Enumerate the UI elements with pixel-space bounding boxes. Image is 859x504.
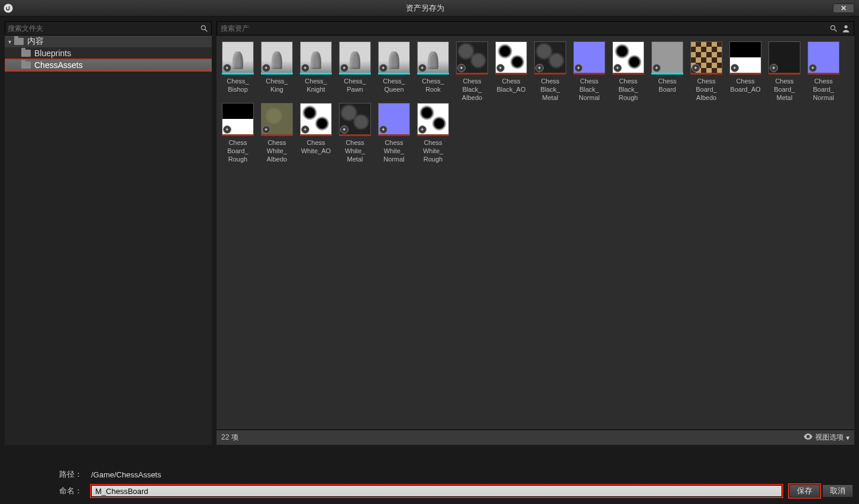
asset-item[interactable]: ✦Chess White_ Rough xyxy=(414,103,452,163)
asset-type-stripe xyxy=(417,134,449,136)
asset-badge-icon: ✦ xyxy=(223,64,231,72)
search-icon xyxy=(829,24,838,33)
asset-thumbnail: ✦ xyxy=(339,103,371,135)
asset-label: Chess_ King xyxy=(266,77,288,102)
tree-root[interactable]: ▾ 内容 xyxy=(5,35,212,47)
asset-label: Chess Board_ Albedo xyxy=(696,77,716,102)
asset-thumbnail: ✦ xyxy=(300,41,332,73)
asset-badge-icon: ✦ xyxy=(613,64,622,72)
svg-point-0 xyxy=(201,25,205,30)
asset-type-stripe xyxy=(378,73,410,75)
asset-item[interactable]: ✦Chess Black_ Rough xyxy=(609,41,647,102)
asset-item[interactable]: ✦Chess Board_ Rough xyxy=(219,103,257,163)
asset-item[interactable]: ✦Chess White_ Normal xyxy=(375,103,413,163)
cancel-button[interactable]: 取消 xyxy=(822,484,853,497)
asset-item[interactable]: ✦Chess_ Queen xyxy=(375,41,413,102)
asset-thumbnail: ✦ xyxy=(690,41,722,73)
asset-type-stripe xyxy=(573,73,605,75)
asset-grid: ✦Chess_ Bishop✦Chess_ King✦Chess_ Knight… xyxy=(217,35,854,429)
asset-item[interactable]: ✦Chess Board_ Albedo xyxy=(687,41,725,102)
tree-item[interactable]: Blueprints xyxy=(5,47,212,59)
name-input[interactable] xyxy=(91,485,782,497)
asset-item[interactable]: ✦Chess Board xyxy=(648,41,686,102)
chevron-down-icon: ▾ xyxy=(846,434,850,442)
expand-icon[interactable]: ▾ xyxy=(8,38,14,45)
asset-thumbnail: ✦ xyxy=(768,41,800,73)
asset-type-stripe xyxy=(808,73,839,75)
asset-badge-icon: ✦ xyxy=(301,125,309,134)
asset-item[interactable]: ✦Chess Black_ Metal xyxy=(531,41,569,102)
svg-line-1 xyxy=(205,30,208,32)
close-button[interactable]: ✕ xyxy=(833,4,854,13)
asset-type-stripe xyxy=(339,73,371,75)
svg-point-4 xyxy=(844,25,847,28)
asset-label: Chess Black_ Metal xyxy=(540,77,560,102)
asset-item[interactable]: ✦Chess Board_AO xyxy=(726,41,764,102)
view-options[interactable]: 视图选项 ▾ xyxy=(803,432,850,442)
asset-type-stripe xyxy=(378,134,410,136)
svg-point-2 xyxy=(831,25,835,30)
asset-badge-icon: ✦ xyxy=(340,64,348,72)
asset-label: Chess Black_ Albedo xyxy=(462,77,482,102)
asset-badge-icon: ✦ xyxy=(496,64,505,72)
asset-item[interactable]: ✦Chess Board_ Normal xyxy=(805,41,842,102)
status-bar: 22 项 视图选项 ▾ xyxy=(217,429,854,445)
eye-icon xyxy=(803,433,813,442)
save-button[interactable]: 保存 xyxy=(789,484,820,497)
asset-type-stripe xyxy=(300,134,332,136)
asset-type-stripe xyxy=(690,73,722,75)
user-icon[interactable] xyxy=(841,23,851,34)
asset-label: Chess Board_ Normal xyxy=(813,77,834,102)
asset-item[interactable]: ✦Chess_ King xyxy=(258,41,296,102)
asset-label: Chess_ Pawn xyxy=(344,77,366,102)
asset-item[interactable]: ✦Chess Black_ Albedo xyxy=(453,41,491,102)
asset-type-stripe xyxy=(495,73,527,75)
asset-thumbnail: ✦ xyxy=(612,41,644,73)
asset-search[interactable] xyxy=(217,21,854,35)
asset-thumbnail: ✦ xyxy=(808,41,839,73)
asset-item[interactable]: ✦Chess Black_ Normal xyxy=(570,41,608,102)
asset-item[interactable]: ✦Chess_ Knight xyxy=(297,41,335,102)
asset-thumbnail: ✦ xyxy=(261,41,293,73)
asset-thumbnail: ✦ xyxy=(222,41,254,73)
folder-pane: ▾ 内容 BlueprintsChessAssets xyxy=(5,21,212,445)
asset-item[interactable]: ✦Chess Black_AO xyxy=(492,41,530,102)
asset-badge-icon: ✦ xyxy=(223,125,231,134)
asset-type-stripe xyxy=(222,134,254,136)
asset-thumbnail: ✦ xyxy=(651,41,683,73)
asset-thumbnail: ✦ xyxy=(495,41,527,73)
asset-item[interactable]: ✦Chess_ Pawn xyxy=(336,41,374,102)
asset-thumbnail: ✦ xyxy=(378,41,410,73)
asset-type-stripe xyxy=(729,73,761,75)
tree-root-label: 内容 xyxy=(27,36,44,47)
asset-type-stripe xyxy=(417,73,449,75)
asset-item[interactable]: ✦Chess White_AO xyxy=(297,103,335,163)
folder-icon xyxy=(21,62,31,69)
tree-item[interactable]: ChessAssets xyxy=(5,59,212,71)
asset-type-stripe xyxy=(261,134,293,136)
asset-label: Chess Board_ Metal xyxy=(774,77,795,102)
folder-search[interactable] xyxy=(5,21,212,35)
asset-thumbnail: ✦ xyxy=(417,103,449,135)
asset-item[interactable]: ✦Chess Board_ Metal xyxy=(766,41,803,102)
asset-item[interactable]: ✦Chess White_ Albedo xyxy=(258,103,296,163)
asset-badge-icon: ✦ xyxy=(262,125,270,134)
folder-icon xyxy=(21,50,31,57)
asset-label: Chess White_ Metal xyxy=(345,138,365,163)
asset-item[interactable]: ✦Chess_ Rook xyxy=(414,41,452,102)
folder-search-input[interactable] xyxy=(8,24,199,33)
asset-type-stripe xyxy=(651,73,683,75)
asset-thumbnail: ✦ xyxy=(222,103,254,135)
item-count: 22 项 xyxy=(221,432,238,442)
asset-search-input[interactable] xyxy=(217,24,829,33)
asset-thumbnail: ✦ xyxy=(417,41,449,73)
asset-type-stripe xyxy=(456,73,488,75)
asset-badge-icon: ✦ xyxy=(457,64,466,72)
asset-item[interactable]: ✦Chess White_ Metal xyxy=(336,103,374,163)
asset-item[interactable]: ✦Chess_ Bishop xyxy=(219,41,257,102)
save-asset-dialog: 资产另存为 ✕ ▾ 内容 BlueprintsChessAssets xyxy=(0,0,859,504)
asset-type-stripe xyxy=(534,73,566,75)
asset-pane: ✦Chess_ Bishop✦Chess_ King✦Chess_ Knight… xyxy=(217,21,854,445)
asset-type-stripe xyxy=(612,73,644,75)
asset-thumbnail: ✦ xyxy=(261,103,293,135)
